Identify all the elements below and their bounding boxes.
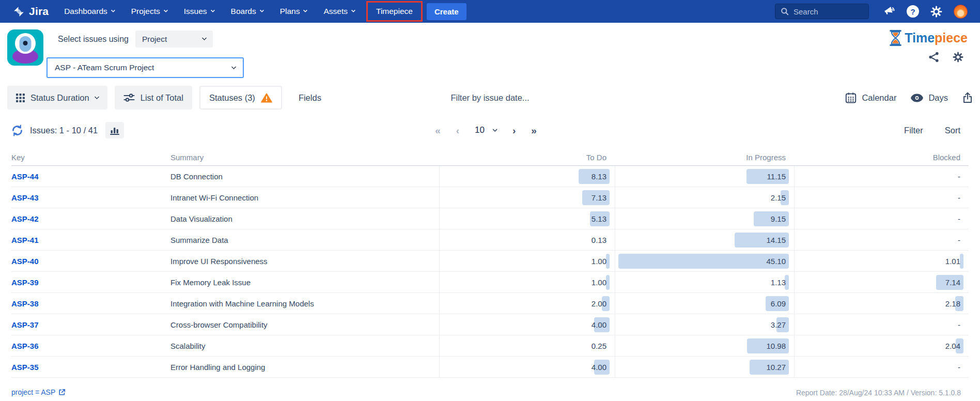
external-link-icon [58, 389, 66, 396]
duration-cell-todo: 4.00 [439, 357, 615, 377]
nav-item-timepiece[interactable]: Timepiece [368, 2, 421, 21]
report-type-label: Status Duration [30, 93, 89, 103]
project-select[interactable]: ASP - ATeam Scrum Project [46, 57, 244, 78]
duration-value: 14.15 [766, 236, 786, 244]
sort-button[interactable]: Sort [945, 126, 960, 135]
user-avatar[interactable] [954, 5, 968, 19]
column-header-todo: To Do [439, 153, 615, 162]
days-toggle[interactable]: Days [911, 93, 948, 103]
nav-item-assets[interactable]: Assets [323, 7, 355, 16]
chevron-down-icon [111, 8, 115, 12]
duration-cell-blocked: 2.18 [794, 293, 969, 314]
duration-cell-todo: 7.13 [439, 187, 615, 208]
duration-bar [618, 254, 789, 269]
sliders-icon [123, 93, 135, 102]
search-input[interactable] [794, 7, 855, 16]
gear-icon[interactable] [930, 6, 942, 18]
table-row: ASP-35Error Handling and Logging4.0010.2… [11, 357, 969, 378]
issue-key-link[interactable]: ASP-38 [11, 299, 39, 308]
duration-value: - [958, 363, 960, 372]
duration-cell-todo: 8.13 [439, 166, 615, 187]
settings-gear-icon[interactable] [953, 52, 963, 63]
export-icon[interactable] [962, 92, 973, 103]
issue-summary: Data Visualization [170, 208, 439, 229]
last-page-button[interactable]: » [531, 126, 537, 135]
share-icon[interactable] [928, 52, 939, 63]
timepiece-app-icon [7, 29, 43, 66]
issue-key-link[interactable]: ASP-40 [11, 257, 39, 266]
calendar-toggle[interactable]: Calendar [845, 92, 896, 103]
table-row: ASP-42Data Visualization5.139.15- [11, 208, 969, 229]
project-select-value: ASP - ATeam Scrum Project [55, 63, 154, 72]
report-actions [928, 52, 963, 63]
create-button[interactable]: Create [427, 3, 466, 20]
issue-key-link[interactable]: ASP-44 [11, 172, 39, 181]
statuses-button[interactable]: Statuses (3) [199, 86, 282, 110]
issue-key-link[interactable]: ASP-42 [11, 214, 39, 223]
next-page-button[interactable]: › [512, 126, 516, 135]
nav-item-issues[interactable]: Issues [184, 7, 214, 16]
chevron-down-icon [259, 8, 263, 12]
duration-cell-todo: 2.00 [439, 293, 615, 314]
report-type-button[interactable]: Status Duration [7, 86, 107, 110]
nav-item-boards[interactable]: Boards [231, 7, 263, 16]
duration-value: 1.00 [592, 278, 606, 287]
toolbar-right-group: Calendar Days [845, 92, 973, 103]
nav-item-plans[interactable]: Plans [280, 7, 307, 16]
date-filter-input[interactable]: Filter by issue date... [450, 93, 529, 103]
issue-key-link[interactable]: ASP-36 [11, 342, 39, 350]
duration-value: 10.27 [766, 363, 786, 372]
fields-button[interactable]: Fields [289, 93, 331, 103]
megaphone-icon[interactable] [883, 6, 895, 17]
nav-menu: DashboardsProjectsIssuesBoardsPlansAsset… [64, 7, 355, 16]
help-icon[interactable]: ? [907, 5, 919, 18]
issue-key-link[interactable]: ASP-35 [11, 363, 39, 372]
nav-item-dashboards[interactable]: Dashboards [64, 7, 115, 16]
duration-value: 1.00 [592, 257, 606, 266]
issue-key-link[interactable]: ASP-43 [11, 193, 39, 202]
search-box[interactable] [775, 4, 869, 19]
report-toolbar: Status Duration List of Total Statuses (… [7, 86, 973, 110]
issues-count-label: Issues: 1 - 10 / 41 [30, 126, 98, 135]
issue-source-select[interactable]: Project [135, 30, 213, 48]
key-cell: ASP-42 [11, 208, 170, 229]
duration-value: 5.13 [592, 214, 606, 223]
eye-icon [911, 94, 923, 102]
issue-summary: DB Connection [170, 166, 439, 187]
first-page-button[interactable]: « [435, 126, 441, 135]
issue-key-link[interactable]: ASP-41 [11, 236, 39, 244]
nav-item-projects[interactable]: Projects [131, 7, 167, 16]
duration-cell-todo: 0.13 [439, 229, 615, 250]
issue-summary: Fix Memory Leak Issue [170, 272, 439, 292]
calendar-label: Calendar [862, 93, 896, 103]
issue-summary: Scalability [170, 335, 439, 356]
duration-value: 2.04 [945, 342, 960, 350]
duration-cell-todo: 5.13 [439, 208, 615, 229]
duration-value: - [958, 236, 960, 244]
issue-key-link[interactable]: ASP-39 [11, 278, 39, 287]
duration-cell-inprogress: 2.15 [615, 187, 794, 208]
chart-view-button[interactable] [105, 122, 124, 138]
nav-icon-group: ? [883, 5, 968, 19]
duration-cell-blocked: 1.01 [794, 251, 969, 271]
filter-button[interactable]: Filter [904, 126, 923, 135]
jql-link[interactable]: project = ASP [11, 388, 66, 396]
prev-page-button[interactable]: ‹ [456, 126, 459, 135]
duration-value: 3.27 [771, 320, 786, 329]
chevron-down-icon [303, 8, 307, 12]
duration-cell-inprogress: 9.15 [615, 208, 794, 229]
monster-pupil [23, 41, 28, 45]
page-size-select[interactable]: 10 [475, 125, 497, 135]
issue-summary: Error Handling and Logging [170, 357, 439, 377]
table-header-row: Key Summary To Do In Progress Blocked [11, 149, 969, 166]
list-mode-button[interactable]: List of Total [115, 86, 192, 110]
chevron-down-icon [231, 64, 237, 69]
days-label: Days [928, 93, 948, 103]
jira-brand[interactable]: Jira [12, 5, 49, 18]
refresh-icon[interactable] [11, 125, 23, 136]
nav-item-label: Boards [231, 7, 256, 16]
issue-key-link[interactable]: ASP-37 [11, 320, 39, 329]
duration-cell-inprogress: 14.15 [615, 229, 794, 250]
duration-value: 4.00 [592, 363, 606, 372]
table-row: ASP-40Improve UI Responsiveness1.0045.10… [11, 251, 969, 272]
